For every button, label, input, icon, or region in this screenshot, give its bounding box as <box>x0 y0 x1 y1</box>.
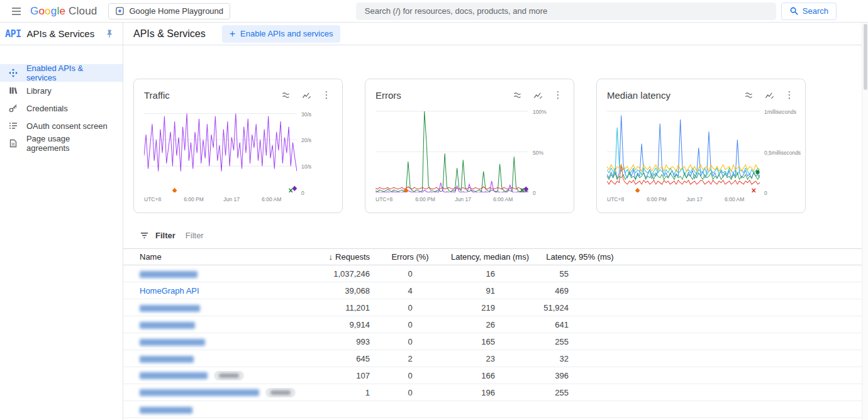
more-options-button[interactable]: ⋮ <box>784 89 795 101</box>
table-row[interactable]: 645 2 23 32 <box>123 350 868 367</box>
sidebar-item-page-usage-agreements[interactable]: Page usage agreements <box>0 135 123 152</box>
requests-value: 39,068 <box>297 286 372 296</box>
wave-lines-icon <box>745 91 754 100</box>
enable-apis-button[interactable]: + Enable APIs and services <box>222 25 341 43</box>
latency-95-value: 469 <box>532 286 628 296</box>
filter-input[interactable] <box>184 230 448 241</box>
errors-value: 0 <box>372 320 448 329</box>
search-input[interactable] <box>356 3 776 20</box>
search-button[interactable]: Search <box>781 3 837 20</box>
traffic-chart-svg <box>144 106 297 192</box>
metrics-explorer-button[interactable] <box>301 89 312 101</box>
table-row[interactable]: 1,037,246 0 16 55 <box>123 265 868 282</box>
x-tick: 6:00 PM <box>415 196 435 202</box>
sidebar-item-label: OAuth consent screen <box>26 121 108 131</box>
table-row[interactable]: 993 0 165 255 <box>123 333 868 350</box>
requests-value: 993 <box>297 337 372 346</box>
metrics-explorer-button[interactable] <box>764 89 775 101</box>
pin-button[interactable] <box>103 27 116 41</box>
requests-value: 11,201 <box>297 303 372 312</box>
redacted-api-link[interactable] <box>140 339 205 346</box>
google-cloud-logo: Google Cloud <box>30 5 97 18</box>
errors-value: 0 <box>372 371 448 380</box>
library-icon <box>8 86 19 96</box>
scrollbar-thumb[interactable] <box>864 24 867 90</box>
more-options-button[interactable]: ⋮ <box>552 89 564 101</box>
chart-line-style-button[interactable] <box>512 89 523 101</box>
y-tick-label: 0 <box>533 190 536 196</box>
project-name-label: Google Home Playground <box>129 6 223 16</box>
x-axis-labels: UTC+8 6:00 PM Jun 17 6:00 AM <box>144 195 297 204</box>
requests-value: 1 <box>297 388 372 397</box>
table-filter-bar: Filter <box>123 227 868 243</box>
y-tick-label: 20/s <box>301 137 311 143</box>
logo-letter: o <box>45 5 51 18</box>
wave-lines-icon <box>513 91 523 100</box>
latency-95-value: 641 <box>532 320 628 329</box>
latency-median-value: 196 <box>448 388 532 397</box>
x-axis-labels: UTC+8 6:00 PM Jun 17 6:00 AM <box>607 195 760 204</box>
chart-line-style-button[interactable] <box>743 89 755 101</box>
column-header-requests[interactable]: ↓Requests <box>297 252 372 262</box>
sidebar-item-oauth-consent[interactable]: OAuth consent screen <box>0 117 123 135</box>
sidebar-item-enabled-apis[interactable]: Enabled APIs & services <box>0 64 123 82</box>
chart-title: Traffic <box>144 90 281 101</box>
column-header-errors[interactable]: Errors (%) <box>372 252 448 262</box>
traffic-chart-card: Traffic ⋮ 30/s20/s10/ <box>133 79 343 213</box>
chart-line-style-button[interactable] <box>281 89 292 101</box>
traffic-plot <box>144 106 297 192</box>
requests-value: 645 <box>297 354 372 363</box>
hamburger-menu-button[interactable] <box>6 1 26 21</box>
sub-header: API APIs & Services APIs & Services + En… <box>0 23 868 45</box>
errors-value: 0 <box>372 337 448 346</box>
y-axis-labels: 1milliseconds0,5milliseconds0 <box>760 106 795 192</box>
sidebar-item-library[interactable]: Library <box>0 82 123 99</box>
homegraph-api-link[interactable]: HomeGraph API <box>140 286 199 296</box>
metrics-explorer-button[interactable] <box>532 89 543 101</box>
table-row[interactable]: HomeGraph API 39,068 4 91 469 <box>123 282 868 299</box>
chart-cards-row: Traffic ⋮ 30/s20/s10/ <box>133 79 868 213</box>
y-tick-label: 30/s <box>301 111 311 118</box>
logo-cloud-text: Cloud <box>69 5 97 18</box>
redacted-api-link[interactable] <box>140 407 192 414</box>
more-options-button[interactable]: ⋮ <box>321 89 332 101</box>
latency-median-value: 23 <box>448 354 532 363</box>
redacted-api-link[interactable] <box>140 271 198 278</box>
table-row[interactable]: 11,201 0 219 51,924 <box>123 299 868 316</box>
table-row[interactable]: 107 0 166 396 <box>123 367 868 384</box>
latency-median-value: 165 <box>448 337 532 346</box>
x-tick: UTC+8 <box>607 196 624 202</box>
redacted-api-link[interactable] <box>140 389 259 396</box>
redacted-status-badge <box>214 371 244 380</box>
project-selector-button[interactable]: Google Home Playground <box>108 3 230 19</box>
redacted-api-link[interactable] <box>140 322 195 329</box>
y-tick-label: 0,5milliseconds <box>764 150 801 156</box>
search-icon <box>789 6 799 16</box>
column-header-latency-95[interactable]: Latency, 95% (ms) <box>532 252 628 262</box>
sidebar-item-label: Library <box>26 86 52 96</box>
sidebar-item-credentials[interactable]: Credentials <box>0 99 123 117</box>
redacted-api-link[interactable] <box>140 356 194 363</box>
errors-plot <box>376 106 528 192</box>
column-header-name[interactable]: Name <box>140 252 297 262</box>
x-axis-labels: UTC+8 6:00 PM Jun 17 6:00 AM <box>376 195 528 204</box>
plus-icon: + <box>230 29 235 39</box>
y-axis-labels: 100%50%0 <box>528 106 564 192</box>
y-tick-label: 1milliseconds <box>764 109 796 115</box>
latency-median-value: 219 <box>448 303 532 312</box>
redacted-api-link[interactable] <box>140 305 200 312</box>
latency-95-value: 55 <box>532 269 628 279</box>
table-row[interactable] <box>123 401 868 418</box>
filter-label[interactable]: Filter <box>155 231 175 240</box>
product-title: APIs & Services <box>27 28 103 39</box>
errors-value: 2 <box>372 354 448 363</box>
table-row[interactable]: 1 0 196 255 <box>123 384 868 401</box>
vertical-scrollbar <box>862 23 868 420</box>
latency-95-value: 396 <box>532 371 628 380</box>
median-latency-chart-svg <box>607 106 760 192</box>
column-header-latency-median[interactable]: Latency, median (ms) <box>448 252 532 262</box>
redacted-api-link[interactable] <box>140 372 208 379</box>
table-row[interactable]: 9,914 0 26 641 <box>123 316 868 333</box>
y-tick-label: 50% <box>533 150 543 156</box>
search-bar: Search <box>356 3 837 20</box>
